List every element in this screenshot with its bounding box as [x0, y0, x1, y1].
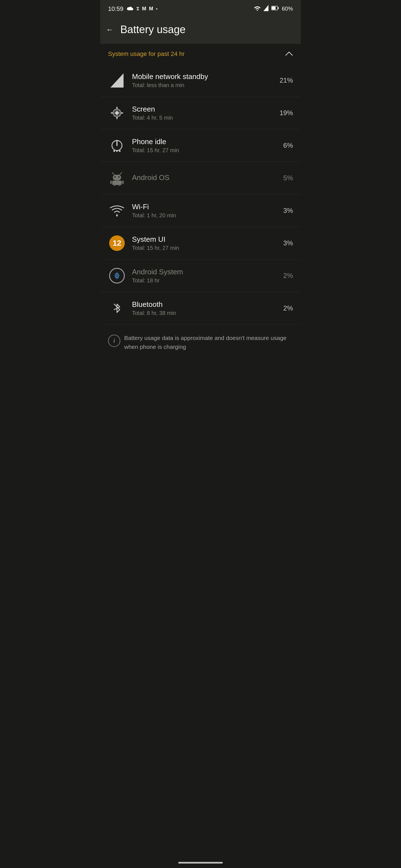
gmail-icon: M: [142, 6, 146, 12]
svg-point-0: [257, 10, 258, 11]
cloud-icon: [126, 5, 134, 12]
item-detail: Total: 18 hr: [132, 277, 270, 284]
item-percent: 2%: [276, 304, 293, 312]
list-item[interactable]: Wi-Fi Total: 1 hr, 20 min 3%: [100, 194, 301, 227]
item-name: Wi-Fi: [132, 203, 270, 211]
list-item[interactable]: Android System Total: 18 hr 2%: [100, 259, 301, 292]
item-percent: 3%: [276, 239, 293, 247]
item-detail: Total: 4 hr, 5 min: [132, 115, 270, 121]
item-name: System UI: [132, 235, 270, 244]
item-detail: Total: 15 hr, 27 min: [132, 245, 270, 251]
item-name: Screen: [132, 105, 270, 114]
info-icon: i: [108, 335, 120, 347]
svg-rect-25: [122, 181, 124, 184]
page-header: ← Battery usage: [100, 16, 301, 43]
item-percent: 3%: [276, 207, 293, 215]
item-percent: 2%: [276, 272, 293, 280]
svg-rect-3: [278, 7, 279, 9]
status-bar: 10:59 𝕿 M M ● 60%: [100, 0, 301, 16]
svg-point-15: [113, 150, 115, 152]
android-system-icon: [108, 267, 126, 285]
svg-point-20: [118, 176, 120, 178]
list-item[interactable]: Phone idle Total: 15 hr, 27 min 6%: [100, 129, 301, 162]
wifi-status-icon: [254, 5, 261, 12]
item-percent: 5%: [276, 174, 293, 182]
list-item[interactable]: Screen Total: 4 hr, 5 min 19%: [100, 97, 301, 129]
svg-rect-4: [272, 7, 276, 10]
item-name: Phone idle: [132, 137, 270, 146]
signal-status-icon: [263, 5, 268, 12]
settings-badge: [109, 268, 125, 283]
svg-point-16: [116, 150, 118, 152]
dot-indicator: ●: [156, 7, 157, 10]
item-info: System UI Total: 15 hr, 27 min: [132, 235, 270, 251]
list-item[interactable]: Mobile network standby Total: less than …: [100, 64, 301, 97]
item-name: Mobile network standby: [132, 72, 270, 81]
svg-rect-26: [114, 185, 116, 186]
svg-rect-27: [118, 185, 120, 186]
list-item[interactable]: 12 System UI Total: 15 hr, 27 min 3%: [100, 227, 301, 259]
item-detail: Total: less than a min: [132, 82, 270, 89]
signal-icon: [108, 71, 126, 89]
svg-rect-24: [110, 181, 112, 184]
brightness-icon: [108, 104, 126, 122]
svg-point-17: [119, 150, 121, 152]
footer-section: i Battery usage data is approximate and …: [100, 325, 301, 373]
item-name: Android System: [132, 268, 270, 276]
svg-marker-1: [263, 5, 268, 11]
item-info: Android OS: [132, 173, 270, 183]
svg-marker-9: [116, 116, 118, 120]
back-button[interactable]: ←: [106, 25, 114, 34]
page-title: Battery usage: [120, 24, 185, 36]
item-info: Bluetooth Total: 8 hr, 38 min: [132, 300, 270, 316]
item-percent: 21%: [276, 76, 293, 84]
status-time: 10:59 𝕿 M M ●: [108, 5, 157, 12]
power-icon: [108, 136, 126, 154]
svg-point-28: [116, 215, 118, 216]
item-percent: 19%: [276, 109, 293, 117]
time-display: 10:59: [108, 5, 123, 12]
status-right-icons: 60%: [254, 5, 293, 12]
android-icon: [108, 169, 126, 187]
item-name: Android OS: [132, 173, 270, 182]
item-detail: Total: 8 hr, 38 min: [132, 310, 270, 316]
battery-percent: 60%: [282, 6, 293, 12]
item-name: Bluetooth: [132, 300, 270, 309]
usage-list: Mobile network standby Total: less than …: [100, 64, 301, 325]
item-info: Phone idle Total: 15 hr, 27 min: [132, 137, 270, 154]
bluetooth-icon: [108, 299, 126, 317]
system-ui-badge: 12: [109, 235, 125, 251]
svg-line-22: [120, 173, 122, 175]
collapse-chevron-icon[interactable]: [285, 50, 293, 58]
svg-point-19: [114, 176, 116, 178]
battery-icon: [271, 6, 279, 12]
gmail2-icon: M: [149, 6, 153, 12]
svg-point-12: [115, 111, 119, 115]
item-percent: 6%: [276, 142, 293, 149]
svg-marker-10: [110, 112, 114, 114]
item-detail: Total: 1 hr, 20 min: [132, 212, 270, 219]
item-info: Android System Total: 18 hr: [132, 268, 270, 284]
svg-rect-18: [113, 175, 121, 180]
item-info: Wi-Fi Total: 1 hr, 20 min: [132, 203, 270, 219]
disclaimer-text: Battery usage data is approximate and do…: [124, 334, 293, 351]
svg-point-31: [116, 275, 118, 277]
system-ui-icon: 12: [108, 234, 126, 252]
item-detail: Total: 15 hr, 27 min: [132, 147, 270, 154]
svg-line-21: [112, 173, 114, 175]
section-header[interactable]: System usage for past 24 hr: [100, 43, 301, 64]
list-item[interactable]: Android OS 5%: [100, 162, 301, 194]
section-header-label: System usage for past 24 hr: [108, 50, 184, 58]
svg-marker-8: [116, 106, 118, 110]
svg-rect-23: [112, 181, 122, 185]
svg-marker-11: [120, 112, 124, 114]
item-info: Screen Total: 4 hr, 5 min: [132, 105, 270, 121]
item-info: Mobile network standby Total: less than …: [132, 72, 270, 89]
nytimes-icon: 𝕿: [136, 6, 139, 12]
disclaimer-row: i Battery usage data is approximate and …: [108, 334, 293, 351]
wifi-icon: [108, 202, 126, 219]
list-item[interactable]: Bluetooth Total: 8 hr, 38 min 2%: [100, 292, 301, 325]
